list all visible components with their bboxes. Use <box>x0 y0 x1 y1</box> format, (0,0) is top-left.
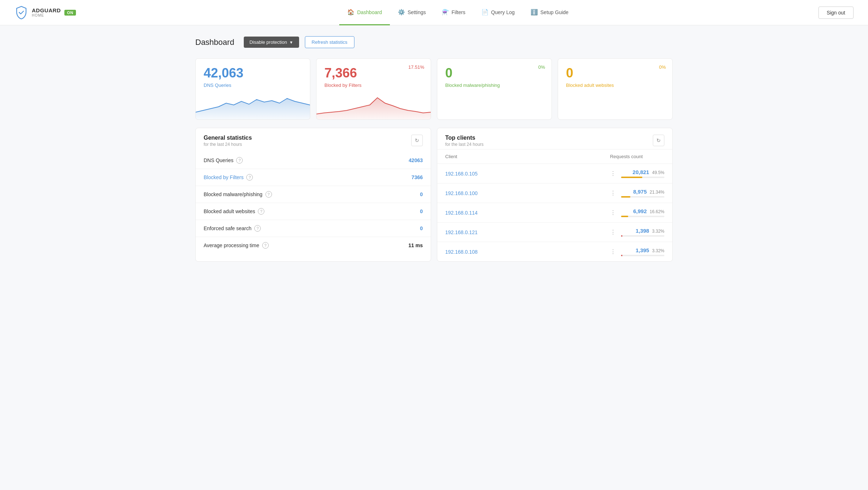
client-count-top-1: 8,975 21.34% <box>633 189 664 195</box>
top-clients-subtitle: for the last 24 hours <box>445 142 484 147</box>
stat-row-blocked-filters-label[interactable]: Blocked by Filters ? <box>204 174 253 181</box>
client-percent-0: 49.5% <box>652 170 664 175</box>
stat-row-avg-time-value: 11 ms <box>408 242 423 248</box>
avg-time-help-icon[interactable]: ? <box>262 242 269 249</box>
nav-setup-guide[interactable]: ℹ️ Setup Guide <box>523 0 576 25</box>
client-percent-1: 21.34% <box>650 190 664 195</box>
disable-protection-label: Disable protection <box>250 39 287 45</box>
nav-query-log[interactable]: 📄 Query Log <box>473 0 523 25</box>
dns-queries-label: DNS Queries <box>204 83 302 88</box>
client-bar-bg-3 <box>621 235 664 237</box>
blocked-filters-chart <box>316 90 431 119</box>
blocked-malware-help-icon[interactable]: ? <box>265 191 272 198</box>
client-ip-0[interactable]: 192.168.0.105 <box>445 171 605 177</box>
refresh-statistics-button[interactable]: Refresh statistics <box>305 36 354 48</box>
client-count-1: 8,975 <box>633 189 647 195</box>
client-ip-3[interactable]: 192.168.0.121 <box>445 229 605 235</box>
log-icon: 📄 <box>481 9 489 16</box>
blocked-filters-help-icon[interactable]: ? <box>246 174 253 181</box>
dns-queries-value: 42,063 <box>204 66 302 80</box>
stat-card-blocked-malware: 0% 0 Blocked malware/phishing <box>437 58 552 120</box>
blocked-adult-help-icon[interactable]: ? <box>258 208 264 215</box>
top-clients-title: Top clients <box>445 135 484 141</box>
blocked-filters-percent: 17.51% <box>408 64 424 70</box>
logo-area: ADGUARD HOME ON <box>14 6 76 20</box>
disable-protection-button[interactable]: Disable protection ▼ <box>244 37 299 48</box>
top-clients-refresh-button[interactable]: ↻ <box>653 135 664 146</box>
client-menu-icon-4[interactable]: ⋮ <box>609 248 617 255</box>
stat-row-safe-search: Enforced safe search ? 0 <box>196 220 431 237</box>
client-bar-bg-2 <box>621 216 664 217</box>
client-ip-1[interactable]: 192.168.0.100 <box>445 190 605 196</box>
stat-card-blocked-filters: 17.51% 7,366 Blocked by Filters <box>316 58 431 120</box>
stat-card-blocked-adult: 0% 0 Blocked adult websites <box>558 58 673 120</box>
blocked-filters-label: Blocked by Filters <box>324 83 423 88</box>
stat-row-avg-time: Average processing time ? 11 ms <box>196 237 431 254</box>
status-badge: ON <box>64 10 76 16</box>
nav-setup-guide-label: Setup Guide <box>540 9 569 15</box>
stat-row-blocked-adult-label: Blocked adult websites ? <box>204 208 264 215</box>
main-nav: 🏠 Dashboard ⚙️ Settings ⚗️ Filters 📄 Que… <box>98 0 818 25</box>
client-percent-4: 3.32% <box>652 248 664 253</box>
client-menu-icon-3[interactable]: ⋮ <box>609 229 617 236</box>
header: ADGUARD HOME ON 🏠 Dashboard ⚙️ Settings … <box>0 0 868 25</box>
client-count-top-2: 6,992 16.62% <box>633 208 664 214</box>
client-count-area-4: 1,395 3.32% <box>621 247 664 256</box>
client-bar-fill-3 <box>621 235 622 237</box>
blocked-adult-label: Blocked adult websites <box>566 83 664 88</box>
general-stats-rows: DNS Queries ? 42063 Blocked by Filters ?… <box>196 149 431 257</box>
blocked-malware-label: Blocked malware/phishing <box>445 83 544 88</box>
refresh-icon: ↻ <box>415 138 419 143</box>
stats-cards: 42,063 DNS Queries 17.51% 7,366 <box>195 58 673 120</box>
nav-dashboard[interactable]: 🏠 Dashboard <box>339 0 390 25</box>
client-row: 192.168.0.105 ⋮ 20,821 49.5% <box>437 164 672 183</box>
stat-row-safe-search-value: 0 <box>420 225 423 231</box>
client-ip-2[interactable]: 192.168.0.114 <box>445 210 605 216</box>
clients-col-client: Client <box>445 154 610 159</box>
top-clients-title-area: Top clients for the last 24 hours <box>445 135 484 147</box>
nav-settings[interactable]: ⚙️ Settings <box>390 0 434 25</box>
logo-text: ADGUARD HOME <box>32 8 61 18</box>
dns-queries-chart <box>196 90 310 119</box>
blocked-malware-value: 0 <box>445 66 544 80</box>
nav-filters[interactable]: ⚗️ Filters <box>434 0 473 25</box>
client-row: 192.168.0.121 ⋮ 1,398 3.32% <box>437 222 672 242</box>
top-clients-header: Top clients for the last 24 hours ↻ <box>437 128 672 149</box>
stat-row-dns-queries: DNS Queries ? 42063 <box>196 152 431 169</box>
nav-filters-label: Filters <box>452 9 465 15</box>
client-count-area-1: 8,975 21.34% <box>621 189 664 198</box>
client-ip-4[interactable]: 192.168.0.108 <box>445 249 605 255</box>
nav-settings-label: Settings <box>408 9 426 15</box>
blocked-malware-percent: 0% <box>538 64 545 70</box>
client-bar-bg-4 <box>621 255 664 256</box>
dns-queries-help-icon[interactable]: ? <box>236 157 243 164</box>
stat-row-blocked-malware: Blocked malware/phishing ? 0 <box>196 186 431 203</box>
nav-query-log-label: Query Log <box>491 9 515 15</box>
settings-icon: ⚙️ <box>398 9 405 16</box>
shield-icon <box>14 6 28 20</box>
stat-card-dns-queries: 42,063 DNS Queries <box>195 58 310 120</box>
stat-row-blocked-filters-value: 7366 <box>412 174 423 180</box>
client-count-0: 20,821 <box>633 169 649 175</box>
client-row: 192.168.0.100 ⋮ 8,975 21.34% <box>437 183 672 203</box>
stat-row-blocked-malware-value: 0 <box>420 191 423 197</box>
clients-scroll-area[interactable]: 192.168.0.105 ⋮ 20,821 49.5% 192.168 <box>437 164 672 261</box>
client-count-2: 6,992 <box>633 208 647 214</box>
sign-out-button[interactable]: Sign out <box>818 7 854 19</box>
stat-row-blocked-malware-label: Blocked malware/phishing ? <box>204 191 272 198</box>
clients-col-requests: Requests count <box>610 154 664 159</box>
safe-search-help-icon[interactable]: ? <box>254 225 261 232</box>
general-stats-refresh-button[interactable]: ↻ <box>411 135 423 146</box>
stat-row-safe-search-label: Enforced safe search ? <box>204 225 261 232</box>
client-menu-icon-2[interactable]: ⋮ <box>609 209 617 216</box>
bottom-panels: General statistics for the last 24 hours… <box>195 128 673 262</box>
chevron-down-icon: ▼ <box>289 40 293 45</box>
client-bar-bg-0 <box>621 177 664 178</box>
stat-row-dns-queries-value: 42063 <box>409 157 423 163</box>
logo-brand: ADGUARD <box>32 8 61 14</box>
blocked-adult-percent: 0% <box>659 64 666 70</box>
top-clients-panel: Top clients for the last 24 hours ↻ Clie… <box>437 128 673 262</box>
client-menu-icon-0[interactable]: ⋮ <box>609 170 617 177</box>
client-menu-icon-1[interactable]: ⋮ <box>609 190 617 197</box>
home-icon: 🏠 <box>347 9 354 16</box>
